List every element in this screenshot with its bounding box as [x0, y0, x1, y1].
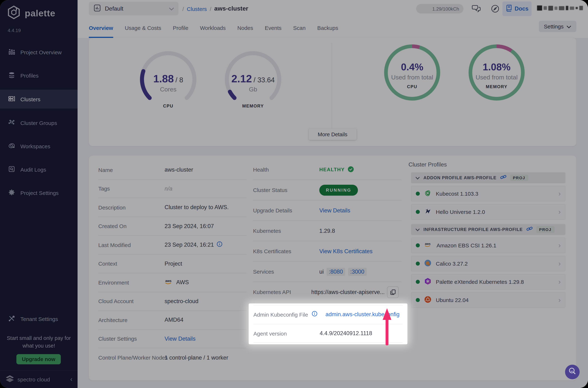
screen: palette 4.4.19 Project Overview Profiles…	[0, 0, 588, 388]
search-assistant-widget-button[interactable]	[565, 365, 580, 379]
highlight-arrow-icon	[381, 308, 393, 348]
app-window: palette 4.4.19 Project Overview Profiles…	[0, 0, 588, 388]
admin-kubeconfig-row: Admin Kubeconfig File admin.aws-cluster.…	[253, 306, 403, 323]
divider	[253, 305, 403, 305]
info-icon[interactable]	[312, 311, 317, 318]
divider	[253, 342, 403, 343]
magnifier-smile-icon	[568, 367, 576, 377]
agent-version-row: Agent version 4.4.9/20240912.1118	[253, 325, 403, 342]
divider	[253, 324, 403, 324]
